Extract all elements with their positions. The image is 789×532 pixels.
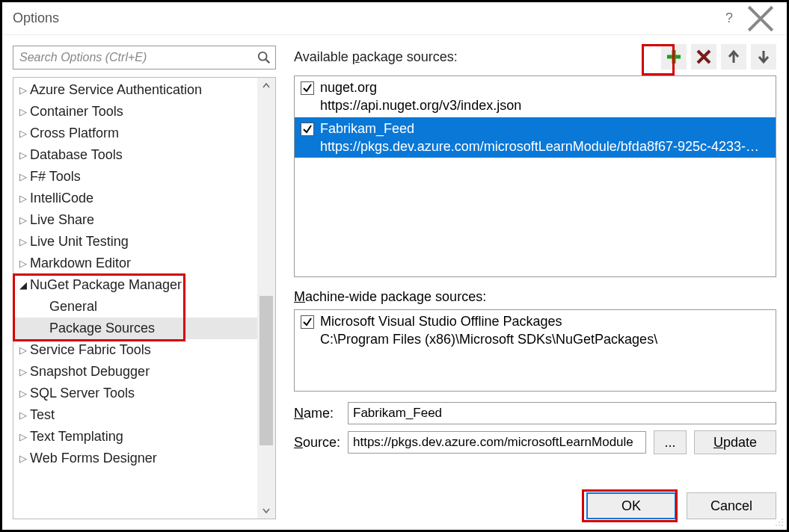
machine-sources-listbox[interactable]: Microsoft Visual Studio Offline Packages… [294,309,776,392]
tree-item-label: Container Tools [30,104,123,120]
source-name: Fabrikam_Feed [320,120,759,137]
tree-item[interactable]: ▷Container Tools [13,101,257,123]
tree-item[interactable]: General [13,296,257,318]
ok-button[interactable]: OK [586,492,676,519]
available-post: ackage sources: [360,49,458,64]
help-button[interactable]: ? [713,7,745,31]
source-text: nuget.orghttps://api.nuget.org/v3/index.… [320,78,521,115]
chevron-right-icon: ▷ [16,84,30,96]
update-post: pdate [723,435,757,450]
chevron-right-icon: ▷ [16,431,30,442]
tree-item[interactable]: ▷Live Share [13,209,257,231]
move-up-button[interactable] [721,44,746,69]
move-down-button[interactable] [751,44,776,69]
search-input[interactable] [18,50,257,65]
source-row[interactable]: Fabrikam_Feedhttps://pkgs.dev.azure.com/… [295,117,776,158]
available-sources-listbox[interactable]: nuget.orghttps://api.nuget.org/v3/index.… [294,75,776,277]
scroll-up-icon[interactable] [257,78,275,94]
browse-button[interactable]: ... [654,430,687,454]
chevron-right-icon: ▷ [16,171,30,182]
tree-item[interactable]: ▷SQL Server Tools [13,383,257,404]
update-button[interactable]: Update [694,430,776,454]
svg-point-7 [782,525,783,526]
source-ul: S [294,435,303,450]
update-ul: U [713,435,723,450]
tree-item[interactable]: ▷Snapshot Debugger [13,361,257,383]
options-tree: ▷Azure Service Authentication▷Container … [13,77,276,519]
chevron-right-icon: ▷ [16,344,30,356]
titlebar: Options ? [2,2,787,35]
source-text: Fabrikam_Feedhttps://pkgs.dev.azure.com/… [320,120,759,156]
tree-item[interactable]: ▷IntelliCode [13,188,257,209]
available-pre: Available [294,49,352,64]
tree-item-label: Package Sources [49,321,155,336]
scroll-track[interactable] [257,94,275,502]
scroll-thumb[interactable] [260,296,273,445]
machine-post: achine-wide package sources: [305,289,486,304]
source-name: nuget.org [320,78,521,96]
close-button[interactable] [745,7,776,31]
window-title: Options [13,10,713,26]
svg-point-4 [782,522,783,523]
source-row[interactable]: nuget.orghttps://api.nuget.org/v3/index.… [295,76,776,117]
source-toolbar [661,44,776,69]
machine-ul: M [294,289,305,304]
tree-item-label: Service Fabric Tools [30,342,151,358]
available-ul: p [352,49,360,64]
source-row[interactable]: Microsoft Visual Studio Offline Packages… [295,310,776,351]
tree-item-label: Live Unit Testing [30,234,129,250]
svg-point-3 [779,522,780,523]
content-area: ▷Azure Service Authentication▷Container … [2,35,787,530]
tree-item[interactable]: ▷Cross Platform [13,123,257,144]
source-name: Microsoft Visual Studio Offline Packages [320,312,657,330]
tree-item[interactable]: ▷Text Templating [13,426,257,448]
name-input[interactable] [348,402,776,424]
tree-item[interactable]: ▷Live Unit Testing [13,231,257,253]
tree-item-label: SQL Server Tools [30,386,135,401]
chevron-right-icon: ▷ [16,193,30,204]
tree-item-label: Live Share [30,212,94,228]
chevron-right-icon: ▷ [16,214,30,226]
tree-item[interactable]: ▷Azure Service Authentication [13,79,257,101]
chevron-right-icon: ▷ [16,388,30,399]
chevron-right-icon: ▷ [16,236,30,247]
svg-point-5 [776,525,777,526]
remove-source-button[interactable] [691,44,716,69]
source-post: ource: [303,435,340,450]
tree-item-label: NuGet Package Manager [30,277,182,293]
name-post: ame: [304,406,334,421]
tree-scroll-viewport[interactable]: ▷Azure Service Authentication▷Container … [13,78,257,519]
tree-item[interactable]: ▷F# Tools [13,166,257,188]
tree-item[interactable]: ▷Web Forms Designer [13,448,257,469]
left-pane: ▷Azure Service Authentication▷Container … [13,46,276,519]
source-label: Source: [294,435,340,451]
tree-scrollbar[interactable] [257,78,275,519]
tree-item-label: Database Tools [30,147,123,163]
svg-point-2 [782,519,783,520]
name-row: Name: [294,402,776,424]
tree-item[interactable]: ◢NuGet Package Manager [13,274,257,296]
add-source-button[interactable] [661,44,687,69]
tree-item-label: General [49,299,97,315]
machine-sources-label: Machine-wide package sources: [294,289,776,305]
tree-item-label: Text Templating [30,429,123,445]
source-input[interactable] [348,431,646,454]
tree-item[interactable]: Package Sources [13,318,257,339]
chevron-right-icon: ▷ [16,149,30,161]
tree-item[interactable]: ▷Service Fabric Tools [13,339,257,361]
tree-item-label: Test [30,407,55,423]
resize-grip-icon[interactable] [773,516,784,527]
tree-item[interactable]: ▷Test [13,404,257,426]
checkbox[interactable] [301,81,314,95]
scroll-down-icon[interactable] [257,502,275,519]
chevron-right-icon: ▷ [16,128,30,139]
checkbox[interactable] [301,123,314,136]
tree-item-label: Cross Platform [30,126,119,141]
svg-point-0 [259,52,267,61]
tree-item[interactable]: ▷Database Tools [13,144,257,166]
cancel-button[interactable]: Cancel [687,492,776,519]
checkbox[interactable] [301,315,314,329]
tree-item-label: Azure Service Authentication [30,82,202,98]
source-url: C:\Program Files (x86)\Microsoft SDKs\Nu… [320,330,657,348]
tree-item[interactable]: ▷Markdown Editor [13,253,257,274]
